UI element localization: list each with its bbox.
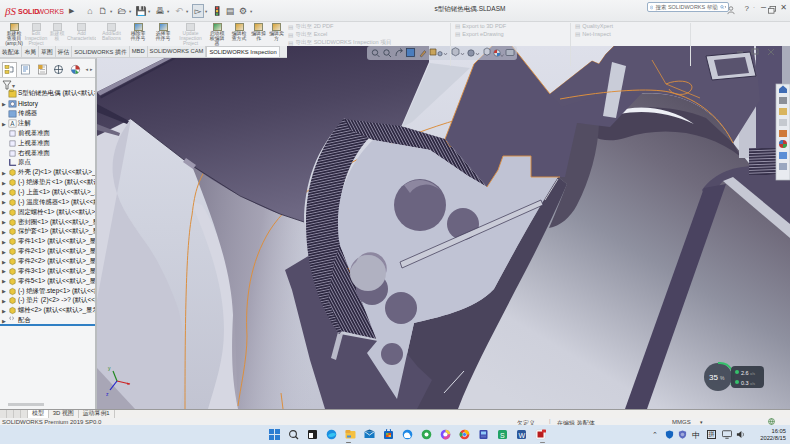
- svg-text:WORKS: WORKS: [38, 8, 65, 15]
- svg-text:x/s: x/s: [750, 371, 755, 376]
- svg-text:x/s: x/s: [750, 381, 755, 386]
- svg-text:35: 35: [709, 373, 718, 382]
- svg-text:SOLID: SOLID: [18, 8, 39, 15]
- svg-text:βS: βS: [4, 5, 16, 17]
- svg-text:2.6: 2.6: [741, 370, 749, 376]
- svg-text:0.3: 0.3: [741, 380, 749, 386]
- svg-text:%: %: [720, 375, 725, 381]
